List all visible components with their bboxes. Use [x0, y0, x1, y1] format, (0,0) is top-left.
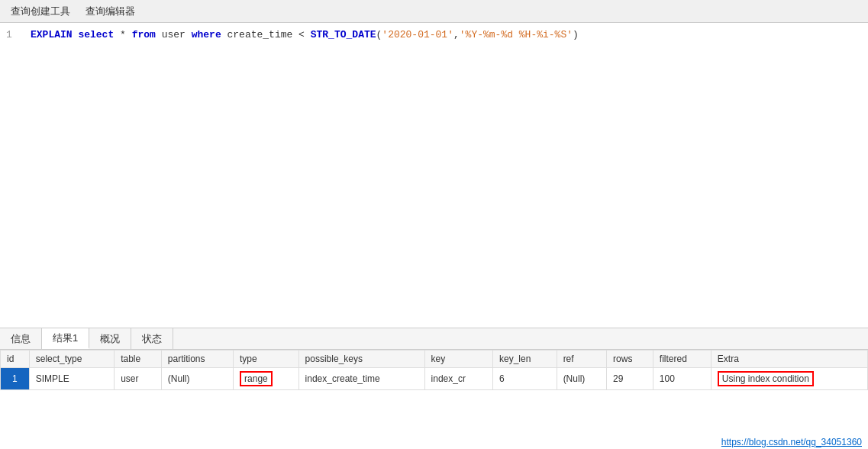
col-header-key-len: key_len [492, 350, 557, 368]
table-row: 1 SIMPLE user (Null) range index_create_… [1, 368, 868, 390]
menu-bar: 查询创建工具 查询编辑器 [0, 0, 868, 23]
cell-type: range [234, 368, 299, 390]
cell-partitions: (Null) [161, 368, 233, 390]
col-header-rows: rows [607, 350, 653, 368]
type-highlight: range [240, 371, 273, 386]
bottom-tabs: 信息 结果1 概况 状态 [0, 328, 868, 350]
results-table: id select_type table partitions type pos… [0, 350, 868, 390]
token-star: * [120, 27, 132, 43]
token-comma: , [453, 27, 460, 43]
tab-info[interactable]: 信息 [0, 328, 42, 349]
token-where: where [192, 27, 221, 43]
tab-status[interactable]: 状态 [131, 328, 173, 349]
cell-table: user [115, 368, 162, 390]
tab-result1[interactable]: 结果1 [42, 328, 89, 349]
token-format-value: '%Y-%m-%d %H-%i-%S' [460, 27, 573, 43]
col-header-partitions: partitions [161, 350, 233, 368]
cell-key-len: 6 [492, 368, 557, 390]
results-area: id select_type table partitions type pos… [0, 350, 868, 449]
token-select: select [73, 27, 120, 43]
col-header-key: key [424, 350, 492, 368]
col-header-table: table [115, 350, 162, 368]
token-open-paren: ( [376, 27, 382, 43]
cell-id: 1 [1, 368, 30, 390]
cell-extra: Using index condition [711, 368, 867, 390]
col-header-filtered: filtered [653, 350, 711, 368]
col-header-ref: ref [557, 350, 606, 368]
token-close-paren: ) [573, 27, 579, 43]
cell-select-type: SIMPLE [29, 368, 114, 390]
token-func: STR_TO_DATE [311, 27, 376, 43]
line-number-1: 1 [6, 27, 21, 43]
cell-key: index_cr [424, 368, 492, 390]
token-table: user [156, 27, 192, 43]
extra-highlight: Using index condition [718, 371, 814, 386]
token-op-lt: < [298, 27, 311, 43]
status-bar[interactable]: https://blog.csdn.net/qq_34051360 [715, 435, 868, 449]
cell-filtered: 100 [653, 368, 711, 390]
col-header-select-type: select_type [29, 350, 114, 368]
editor-area[interactable]: 1 EXPLAIN select * from user where creat… [0, 23, 868, 328]
token-explain: EXPLAIN [31, 27, 73, 43]
col-header-possible-keys: possible_keys [298, 350, 424, 368]
menu-item-query-builder[interactable]: 查询创建工具 [3, 2, 78, 21]
cell-ref: (Null) [557, 368, 606, 390]
cell-possible-keys: index_create_time [298, 368, 424, 390]
col-header-id: id [1, 350, 30, 368]
col-header-type: type [234, 350, 299, 368]
col-header-extra: Extra [711, 350, 867, 368]
tab-overview[interactable]: 概况 [89, 328, 131, 349]
code-content-1: EXPLAIN select * from user where create_… [31, 27, 579, 43]
code-line-1: 1 EXPLAIN select * from user where creat… [0, 26, 868, 44]
table-header-row: id select_type table partitions type pos… [1, 350, 868, 368]
token-field: create_time [221, 27, 298, 43]
token-date-value: '2020-01-01' [382, 27, 453, 43]
cell-rows: 29 [607, 368, 653, 390]
menu-item-query-editor[interactable]: 查询编辑器 [78, 2, 143, 21]
token-from: from [132, 27, 156, 43]
